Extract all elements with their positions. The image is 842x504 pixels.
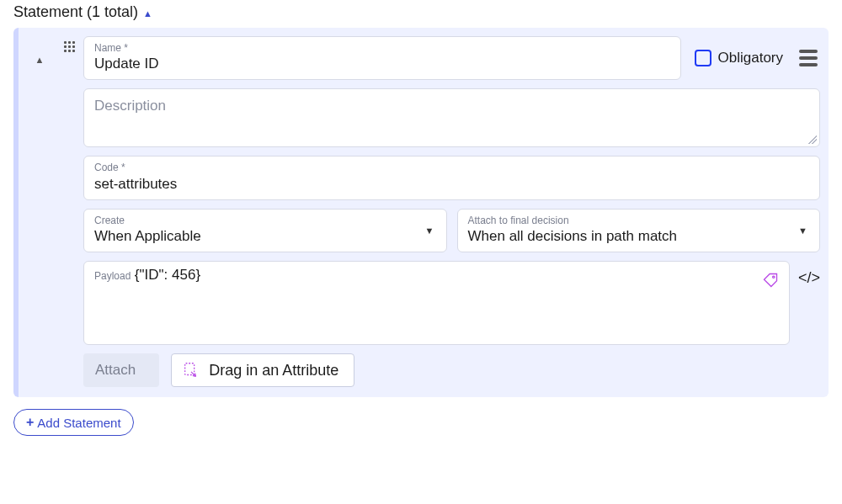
create-value: When Applicable xyxy=(94,228,413,245)
section-title: Statement (1 total) xyxy=(13,3,138,21)
attribute-drag-icon xyxy=(182,361,200,379)
collapse-toggle[interactable]: ▲ xyxy=(30,50,50,70)
code-icon[interactable]: </> xyxy=(798,261,820,287)
card-content: Name * Update ID Obligatory Description … xyxy=(83,36,820,387)
add-statement-button[interactable]: + Add Statement xyxy=(13,409,134,436)
tag-icon[interactable] xyxy=(762,272,779,289)
collapse-caret-icon: ▲ xyxy=(143,8,152,19)
payload-label: Payload xyxy=(94,270,131,282)
attach-final-value: When all decisions in path match xyxy=(468,228,786,245)
add-statement-label: Add Statement xyxy=(37,416,120,430)
code-field[interactable]: Code * set-attributes xyxy=(83,156,820,199)
payload-value: {"ID": 456} xyxy=(135,267,200,283)
resize-handle-icon[interactable] xyxy=(808,135,817,144)
attach-chip: Attach xyxy=(83,353,159,387)
section-header[interactable]: Statement (1 total) ▲ xyxy=(13,0,829,28)
drag-attribute-label: Drag in an Attribute xyxy=(209,362,338,379)
statement-card: ▲ Name * Update ID Obligatory xyxy=(13,28,829,397)
chevron-down-icon: ▼ xyxy=(798,225,807,236)
payload-field[interactable]: Payload {"ID": 456} xyxy=(83,261,790,345)
plus-icon: + xyxy=(26,415,34,430)
create-select[interactable]: Create When Applicable ▼ xyxy=(83,209,447,252)
chevron-down-icon: ▼ xyxy=(425,225,434,236)
code-value: set-attributes xyxy=(94,176,809,193)
attach-chip-label: Attach xyxy=(95,362,136,378)
card-side-column: ▲ xyxy=(22,36,57,387)
drag-handle-icon[interactable] xyxy=(61,38,78,387)
svg-point-0 xyxy=(773,276,775,278)
name-label: Name * xyxy=(94,42,670,54)
obligatory-label: Obligatory xyxy=(718,50,783,66)
description-placeholder: Description xyxy=(94,98,166,114)
checkbox-icon xyxy=(695,50,711,66)
create-label: Create xyxy=(94,215,413,226)
attach-final-label: Attach to final decision xyxy=(468,215,786,226)
menu-icon[interactable] xyxy=(797,46,820,70)
obligatory-checkbox[interactable]: Obligatory xyxy=(691,50,786,66)
description-field[interactable]: Description xyxy=(83,88,820,147)
attach-final-select[interactable]: Attach to final decision When all decisi… xyxy=(457,209,821,252)
name-field[interactable]: Name * Update ID xyxy=(83,36,681,80)
code-label: Code * xyxy=(94,162,809,173)
name-value: Update ID xyxy=(94,56,670,72)
drag-attribute-dropzone[interactable]: Drag in an Attribute xyxy=(171,353,354,387)
